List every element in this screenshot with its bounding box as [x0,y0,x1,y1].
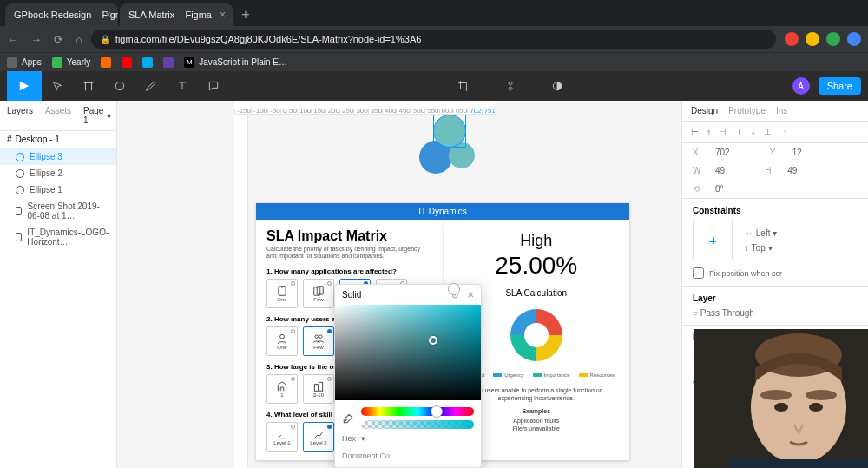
option-card[interactable]: Level 2 [303,422,334,452]
move-tool[interactable] [42,71,73,101]
bookmark-item[interactable] [163,57,174,68]
main-menu-button[interactable] [7,71,42,101]
fix-position-checkbox[interactable]: Fix position when scr [693,267,858,279]
y-value[interactable]: 12 [792,148,802,157]
layer-row[interactable]: Ellipse 2 [0,165,116,181]
svg-rect-15 [319,382,323,391]
blend-mode[interactable]: ○ Pass Through [693,308,754,318]
close-icon[interactable]: × [220,9,226,21]
chevron-down-icon[interactable]: ▾ [361,434,365,443]
sla-title: SLA Impact Matrix [266,228,432,244]
hue-slider[interactable] [361,407,474,416]
align-left-icon[interactable]: ⊢ [691,127,699,137]
frame-icon: # [7,135,12,144]
avatar[interactable]: A [792,77,810,95]
prototype-tab[interactable]: Prototype [728,106,766,115]
bookmark-item[interactable]: Yearly [52,57,90,68]
bookmark-item[interactable]: MJavaScript in Plain E… [184,57,287,68]
option-card[interactable]: One [266,326,298,356]
home-icon[interactable]: ⌂ [76,33,82,46]
radio-dot [327,425,332,429]
extension-icon[interactable] [847,32,861,46]
text-tool[interactable] [167,71,198,101]
color-mode[interactable]: Solid [342,290,361,300]
option-card[interactable]: Few [303,279,334,308]
page-selector[interactable]: Page 1 ▾ [83,106,111,125]
new-tab-button[interactable]: + [234,3,257,26]
color-picker[interactable]: Solid ⊙ ✕ [334,284,482,468]
slider-handle[interactable] [448,283,460,295]
layer-row[interactable]: Screen Shot 2019-06-08 at 1… [0,198,116,224]
component-icon[interactable] [495,71,526,101]
eyedropper-icon[interactable] [342,412,354,425]
selection-box [433,115,466,148]
layer-heading: Layer [693,293,858,303]
svg-point-28 [809,403,823,412]
pen-tool[interactable] [135,71,167,101]
option-card[interactable]: One [266,279,298,308]
inspect-tab[interactable]: Ins [776,106,787,115]
mask-icon[interactable] [542,71,573,101]
align-right-icon[interactable]: ⊣ [719,127,727,137]
layers-tab[interactable]: Layers [7,106,33,125]
layer-row[interactable]: IT_Dynamics-LOGO-Horizont… [0,224,116,250]
frame-row[interactable]: #Desktop - 1 [0,130,116,148]
layer-row[interactable]: Ellipse 1 [0,181,116,198]
constraint-h[interactable]: ↔ Left ▾ [745,228,777,238]
tab-title: GPbook Redesign – Figma [14,10,118,20]
bookmark-item[interactable] [101,57,111,68]
ruler-tick: 702 [467,109,481,114]
close-icon[interactable]: ✕ [467,290,474,300]
design-tab[interactable]: Design [691,106,718,115]
apps-button[interactable]: Apps [7,57,42,68]
extension-icon[interactable] [806,32,819,46]
url-text: figma.com/file/DEvu9gszQA8gj80KJOdk6E/SL… [115,34,421,44]
saturation-field[interactable] [335,305,481,400]
align-center-icon[interactable]: ⫲ [707,127,710,137]
radio-dot [327,329,332,333]
browser-tab[interactable]: GPbook Redesign – Figma × [5,3,118,26]
comment-tool[interactable] [198,71,229,101]
extension-icon[interactable] [826,32,840,46]
x-value[interactable]: 702 [715,148,730,157]
align-middle-icon[interactable]: ⫱ [752,127,755,137]
share-button[interactable]: Share [819,77,861,95]
forward-icon[interactable]: → [30,33,42,46]
h-value[interactable]: 49 [787,166,797,175]
color-cursor[interactable] [429,336,437,345]
align-bottom-icon[interactable]: ⊥ [764,127,772,137]
crop-icon[interactable] [448,71,479,101]
slider-handle[interactable] [431,405,443,418]
assets-tab[interactable]: Assets [45,106,71,125]
option-card[interactable]: Few [303,326,334,356]
close-icon[interactable]: × [105,9,111,21]
reload-icon[interactable]: ⟳ [54,33,63,46]
svg-point-29 [760,390,792,400]
back-icon[interactable]: ← [7,33,18,46]
layer-row[interactable]: Ellipse 3 [0,148,116,165]
figma-canvas[interactable]: -150-100-5005010015020025030035040045050… [117,101,681,468]
w-value[interactable]: 49 [715,166,725,175]
svg-point-30 [806,390,837,400]
shape-tool[interactable] [104,71,135,101]
constraint-v[interactable]: ↕ Top ▾ [745,243,777,253]
document-colors[interactable]: Document Co [342,448,474,460]
bookmark-item[interactable] [142,57,153,68]
svg-point-23 [524,323,549,347]
url-field[interactable]: 🔒 figma.com/file/DEvu9gszQA8gj80KJOdk6E/… [91,30,776,49]
alpha-slider[interactable] [361,420,474,429]
bookmark-item[interactable] [122,57,132,68]
align-top-icon[interactable]: ⊤ [735,127,743,137]
option-card[interactable]: Level 1 [266,422,298,452]
browser-tab[interactable]: SLA Matrix – Figma × [120,3,233,26]
rotation-value[interactable]: 0° [715,184,724,194]
option-card[interactable]: 2-10 [303,374,334,404]
extension-icon[interactable] [785,32,799,46]
distribute-icon[interactable]: ⋮ [780,127,789,137]
frame-tool[interactable] [73,71,104,101]
ellipse-icon [16,186,24,194]
figma-toolbar: A Share [0,71,868,101]
option-card[interactable]: 1 [266,374,298,404]
chrome-address-bar: ← → ⟳ ⌂ 🔒 figma.com/file/DEvu9gszQA8gj80… [0,26,868,52]
constraints-widget[interactable] [693,221,733,260]
